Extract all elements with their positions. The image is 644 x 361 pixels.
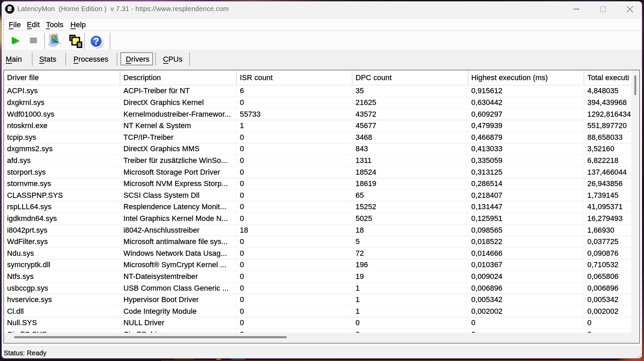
svg-text:?: ? bbox=[93, 36, 99, 47]
